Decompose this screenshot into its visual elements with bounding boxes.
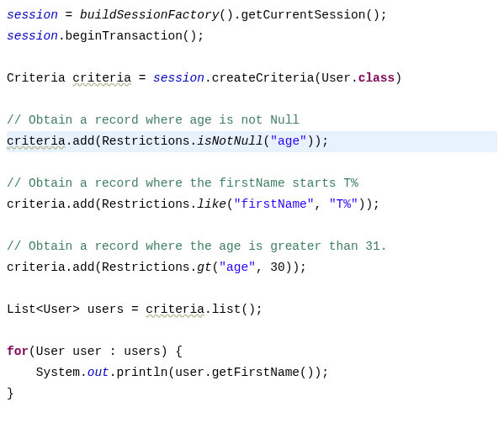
comment: // Obtain a record where age is not Null bbox=[7, 114, 300, 127]
code-block: session = buildSessionFactory().getCurre… bbox=[0, 0, 504, 423]
code-line: System.out.println(user.getFirstName()); bbox=[7, 366, 329, 379]
comment: // Obtain a record where the age is grea… bbox=[7, 240, 387, 253]
var-ref: criteria bbox=[7, 135, 66, 148]
code-line: criteria.add(Restrictions.gt("age", 30))… bbox=[7, 261, 307, 274]
code-line: session.beginTransaction(); bbox=[7, 29, 204, 43]
field-ref: session bbox=[7, 8, 58, 22]
static-method: isNotNull bbox=[197, 135, 263, 148]
code-line: session = buildSessionFactory().getCurre… bbox=[7, 8, 388, 22]
code-line: } bbox=[7, 387, 14, 400]
field-ref: session bbox=[7, 29, 58, 43]
code-line: for(User user : users) { bbox=[7, 345, 183, 358]
string-literal: "age" bbox=[270, 135, 307, 148]
highlighted-line: criteria.add(Restrictions.isNotNull("age… bbox=[7, 131, 497, 152]
field-ref: out bbox=[88, 366, 109, 379]
code-line: criteria.add(Restrictions.like("firstNam… bbox=[7, 198, 380, 211]
string-literal: "age" bbox=[219, 261, 256, 274]
field-ref: session bbox=[153, 71, 204, 85]
string-literal: "T%" bbox=[329, 198, 358, 211]
keyword-class: class bbox=[358, 71, 395, 85]
comment: // Obtain a record where the firstName s… bbox=[7, 177, 358, 190]
var-decl: criteria bbox=[72, 71, 131, 85]
code-line: Criteria criteria = session.createCriter… bbox=[7, 71, 402, 85]
string-literal: "firstName" bbox=[234, 198, 315, 211]
code-line: List<User> users = criteria.list(); bbox=[7, 303, 263, 316]
static-method: buildSessionFactory bbox=[80, 8, 219, 22]
var-ref: criteria bbox=[146, 303, 204, 316]
keyword-for: for bbox=[7, 345, 29, 358]
static-method: gt bbox=[197, 261, 211, 274]
static-method: like bbox=[197, 198, 226, 211]
